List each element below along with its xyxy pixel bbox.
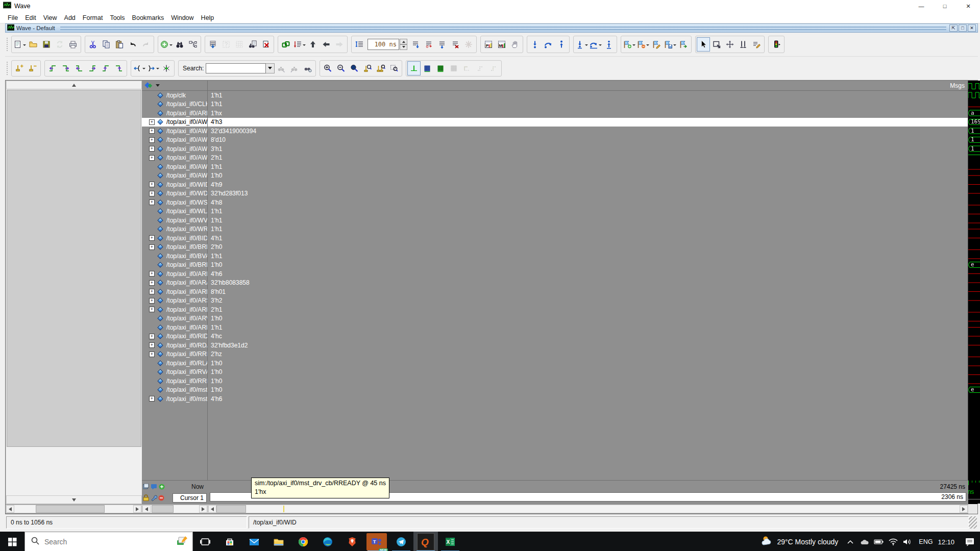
signal-row[interactable]: +/top/axi_if0/ARSIZE [142,296,207,306]
expander-icon[interactable]: + [149,396,155,402]
wrench-icon[interactable] [151,494,157,501]
vscroll-thumb[interactable] [7,90,141,447]
dropdown-arrow-icon[interactable] [632,44,635,47]
menu-file[interactable]: File [4,13,21,22]
dropdown-arrow-icon[interactable] [599,44,602,47]
signal-row[interactable]: /top/axi_if0/WLAST [142,207,207,216]
expander-icon[interactable]: + [149,307,155,312]
values-hscrollbar[interactable] [142,505,208,513]
pane-drag-handle[interactable] [60,27,946,30]
signal-row[interactable]: /top/axi_if0/RLAST [142,359,207,368]
print-button[interactable] [66,37,80,52]
menu-edit[interactable]: Edit [21,13,40,22]
step-over-button[interactable] [542,37,555,52]
menu-tools[interactable]: Tools [106,13,128,22]
signal-row[interactable]: +/top/axi_if0/AWADDR [142,127,207,136]
save-button[interactable] [40,37,53,52]
names-hscrollbar[interactable] [6,505,142,513]
ev-green-button[interactable] [434,61,447,76]
weather-icon[interactable] [761,535,774,548]
expander-icon[interactable]: + [149,119,155,125]
delete-entries-button[interactable] [449,37,462,52]
menu-format[interactable]: Format [79,13,107,22]
menu-view[interactable]: View [40,13,61,22]
clock[interactable]: 12:10 [938,538,954,546]
spin-up-icon[interactable] [400,39,407,44]
new-doc-button[interactable] [13,37,27,52]
vertical-scrollbar[interactable] [6,81,142,504]
toolbar-drag-handle[interactable] [7,38,9,51]
rise-next-button[interactable] [112,61,126,76]
taskbar-chrome-icon[interactable] [291,532,315,551]
taskbar-mail-icon[interactable] [242,532,266,551]
taskbar-questa-icon[interactable]: Q [413,532,438,551]
dropdown-arrow-icon[interactable] [156,68,159,71]
signal-row[interactable]: /top/axi_if0/WREADY [142,225,207,234]
zoom-select-button[interactable] [710,37,723,52]
expander-icon[interactable]: + [149,280,155,286]
undo-button[interactable] [126,37,139,52]
pane-maximize-icon[interactable]: □ [959,24,967,32]
expander-icon[interactable]: + [149,199,155,205]
pointer-button[interactable] [697,37,710,52]
taskbar-edge-icon[interactable] [315,532,340,551]
sort-list-button[interactable] [409,37,422,52]
edge-prev-button[interactable] [46,61,59,76]
dropdown-arrow-icon[interactable] [142,68,145,71]
step-out-button[interactable] [555,37,568,52]
ev-blue-button[interactable] [421,61,434,76]
cursor1-label[interactable]: Cursor 1 [173,493,207,503]
step-out-i-button[interactable] [602,37,616,52]
remove-cursor-icon[interactable] [158,495,164,501]
bookmark-go-button[interactable] [677,37,690,52]
sort-list-find-button[interactable] [422,37,435,52]
expander-icon[interactable]: + [149,137,155,143]
cursor-pair-button[interactable] [737,37,750,52]
signal-row[interactable]: +/top/axi_if0/RRESP [142,350,207,359]
bookmark-delete-button[interactable] [636,37,650,52]
combo-dropdown-icon[interactable] [266,63,275,73]
zoom-cursor-button[interactable] [361,61,374,76]
step-into-button[interactable] [528,37,542,52]
signal-row[interactable]: /top/axi_if0/BVALID [142,252,207,261]
signal-row[interactable]: /top/axi_if0/ARESETn [142,109,207,118]
menu-help[interactable]: Help [198,13,218,22]
signal-row[interactable]: /top/axi_if0/BREADY [142,261,207,270]
run-length-spinner[interactable]: 100 ns [368,39,407,50]
signal-row[interactable]: +/top/axi_if0/BRESP [142,243,207,252]
log-all-button[interactable] [246,37,259,52]
start-button[interactable] [0,532,24,551]
toolbar-drag-handle[interactable] [7,62,9,75]
delete-wave-button[interactable] [259,37,273,52]
minimize-button[interactable]: — [910,0,933,12]
profile-p-button[interactable]: P [482,37,495,52]
wave-pane-header[interactable]: Wave - Default ⇱ □ ✕ [5,23,978,33]
ungroup-button[interactable] [292,37,306,52]
language-indicator[interactable]: ENG [919,538,933,545]
dropdown-arrow-icon[interactable] [169,44,173,47]
pan-button[interactable] [723,37,737,52]
search-input[interactable] [44,538,176,546]
expander-icon[interactable]: + [149,128,155,134]
teams-tile[interactable]: TNEW [366,533,387,550]
dropdown-arrow-icon[interactable] [23,44,26,47]
expander-icon[interactable]: + [149,342,155,348]
signal-row[interactable]: /top/axi_if0/RVALID [142,368,207,377]
wave-search-combo[interactable] [206,63,275,73]
expander-icon[interactable]: + [149,235,155,241]
cursor-add-button[interactable] [13,61,26,76]
signal-row[interactable]: +/top/axi_if0/WID [142,180,207,189]
cut-point-button[interactable] [160,61,173,76]
expander-icon[interactable]: + [149,289,155,294]
expander-icon[interactable]: + [149,146,155,152]
timeline-canvas[interactable] [968,480,980,504]
signal-row[interactable]: +/top/axi_if0/ARLEN [142,287,207,296]
taskbar-brave-icon[interactable] [340,532,364,551]
signal-row[interactable]: +/top/axi_if0/ARADDR [142,279,207,288]
add-wave-button[interactable] [206,37,219,52]
squeeze-right-button[interactable] [146,61,160,76]
edit-grid-button[interactable] [750,37,763,52]
cursor-delete-button[interactable] [26,61,39,76]
edit-insert-button[interactable] [353,37,366,52]
taskbar-teams-icon[interactable]: TNEW [364,532,389,551]
